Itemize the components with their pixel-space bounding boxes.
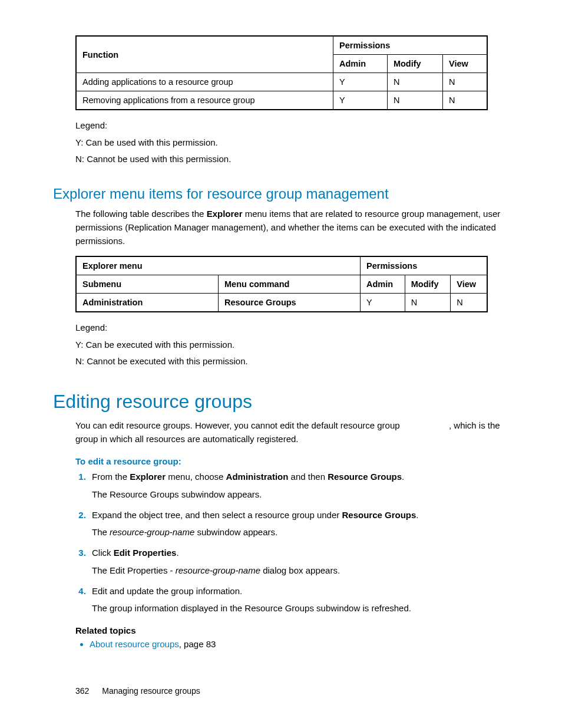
explorer-permissions-table: Explorer menu Permissions Submenu Menu c…	[75, 256, 488, 312]
text: dialog box appears.	[260, 565, 340, 575]
function-permissions-table: Function Permissions Admin Modify View A…	[75, 35, 488, 110]
text-bold: Explorer	[207, 209, 243, 219]
cell-admin: Y	[333, 73, 388, 91]
cell-modify: N	[387, 91, 442, 110]
list-item: About resource groups, page 83	[90, 639, 509, 649]
cell-modify: N	[405, 294, 451, 312]
section2-intro: You can edit resource groups. However, y…	[75, 419, 509, 446]
text: Click	[92, 548, 114, 558]
page-number: 362	[75, 686, 89, 696]
col-permissions: Permissions	[333, 36, 487, 55]
legend-n: N: Cannot be executed with this permissi…	[75, 353, 509, 370]
text-bold: Resource Groups	[342, 510, 416, 520]
legend-block-2: Legend: Y: Can be executed with this per…	[75, 319, 509, 370]
text: Edit and update the group information.	[92, 586, 242, 596]
text: , page 83	[179, 639, 216, 649]
col-view: View	[451, 275, 487, 294]
legend-y: Y: Can be used with this permission.	[75, 134, 509, 151]
col-admin: Admin	[333, 55, 388, 73]
text-italic: resource-group-name	[110, 527, 194, 537]
sub-text: The Edit Properties - resource-group-nam…	[92, 564, 509, 577]
legend-y: Y: Can be executed with this permission.	[75, 337, 509, 354]
cell-view: N	[451, 294, 487, 312]
related-link[interactable]: About resource groups	[90, 639, 179, 649]
col-command: Menu command	[219, 275, 361, 294]
col-function: Function	[76, 36, 333, 73]
list-item: Expand the object tree, and then select …	[88, 508, 509, 539]
text: The Edit Properties -	[92, 565, 176, 575]
sub-text: The resource-group-name subwindow appear…	[92, 525, 509, 539]
legend-block: Legend: Y: Can be used with this permiss…	[75, 117, 509, 168]
cell-view: N	[443, 73, 487, 91]
col-permissions: Permissions	[361, 256, 488, 275]
section1-intro: The following table describes the Explor…	[75, 207, 509, 248]
legend-title: Legend:	[75, 117, 509, 134]
col-view: View	[443, 55, 487, 73]
col-submenu: Submenu	[76, 275, 219, 294]
list-item: From the Explorer menu, choose Administr…	[88, 470, 509, 501]
text-bold: Explorer	[130, 472, 166, 482]
col-admin: Admin	[361, 275, 405, 294]
cell-admin: Y	[333, 91, 388, 110]
sub-text: The Resource Groups subwindow appears.	[92, 487, 509, 501]
cell-admin: Y	[361, 294, 405, 312]
text: You can edit resource groups. However, y…	[75, 420, 400, 430]
col-modify: Modify	[387, 55, 442, 73]
page-footer: 362 Managing resource groups	[75, 686, 200, 696]
list-item: Click Edit Properties. The Edit Properti…	[88, 546, 509, 577]
text-bold: Resource Groups	[328, 472, 402, 482]
list-item: Edit and update the group information. T…	[88, 584, 509, 615]
text: menu, choose	[166, 472, 226, 482]
text: From the	[92, 472, 130, 482]
sub-text: The group information displayed in the R…	[92, 601, 509, 615]
cell-view: N	[443, 91, 487, 110]
text: .	[416, 510, 418, 520]
table-row: Removing applications from a resource gr…	[76, 91, 487, 110]
text: subwindow appears.	[194, 527, 277, 537]
cell-function: Removing applications from a resource gr…	[76, 91, 333, 110]
col-modify: Modify	[405, 275, 451, 294]
table-row: Administration Resource Groups Y N N	[76, 294, 487, 312]
procedure-title: To edit a resource group:	[75, 456, 509, 466]
text-bold: Administration	[226, 472, 289, 482]
section-heading-explorer: Explorer menu items for resource group m…	[53, 186, 509, 202]
footer-title: Managing resource groups	[102, 686, 200, 696]
text: The following table describes the	[75, 209, 207, 219]
text-bold: Edit Properties	[114, 548, 177, 558]
cell-function: Adding applications to a resource group	[76, 73, 333, 91]
text: Expand the object tree, and then select …	[92, 510, 342, 520]
cell-command: Resource Groups	[219, 294, 361, 312]
text: The	[92, 527, 110, 537]
procedure-list: From the Explorer menu, choose Administr…	[75, 470, 509, 615]
related-topics-list: About resource groups, page 83	[81, 639, 509, 649]
section-heading-editing: Editing resource groups	[53, 391, 509, 413]
text: and then	[288, 472, 328, 482]
legend-n: N: Cannot be used with this permission.	[75, 151, 509, 168]
cell-submenu: Administration	[76, 294, 219, 312]
text: .	[402, 472, 404, 482]
table-row: Adding applications to a resource group …	[76, 73, 487, 91]
col-explorer: Explorer menu	[76, 256, 361, 275]
related-topics-heading: Related topics	[75, 625, 509, 635]
text-italic: resource-group-name	[176, 565, 260, 575]
cell-modify: N	[387, 73, 442, 91]
legend-title: Legend:	[75, 319, 509, 337]
text: .	[176, 548, 178, 558]
